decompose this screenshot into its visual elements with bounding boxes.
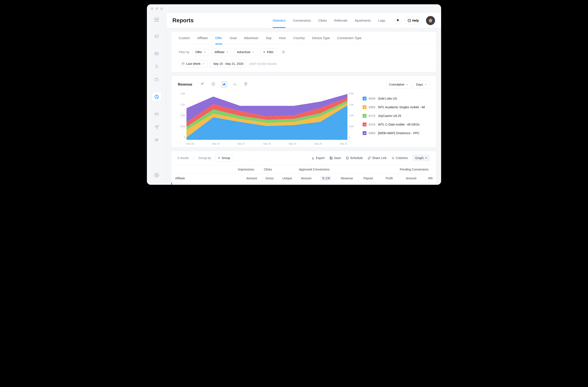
col-gross[interactable]: Gross [260, 174, 277, 183]
user-avatar[interactable] [426, 16, 435, 25]
subtab-offer[interactable]: Offer [215, 32, 222, 44]
col-affiliate[interactable]: Affiliate [172, 174, 234, 183]
nav-send-icon[interactable] [152, 122, 161, 132]
subtab-device-type[interactable]: Device Type [312, 32, 330, 44]
export-button[interactable]: Export [311, 156, 324, 160]
filter-label: Filter by [179, 50, 189, 54]
col-unique[interactable]: Unique [277, 174, 295, 183]
svg-point-13 [283, 52, 284, 53]
legend-item[interactable]: #360[WEB+WAP] OneAmour - PPC [363, 131, 430, 135]
chart-period-dropdown[interactable]: Days [413, 81, 430, 88]
top-tab-referrals[interactable]: Referrals [334, 13, 347, 28]
subtab-custom[interactable]: Custom [179, 32, 190, 44]
results-count: 3 results [177, 156, 189, 160]
col-revenue[interactable]: Revenue [335, 174, 356, 183]
legend-item[interactable]: #365INTL Academic Singles mobile - All [363, 105, 430, 109]
menu-toggle[interactable] [154, 17, 159, 22]
subtab-goal[interactable]: Goal [230, 32, 237, 44]
help-button[interactable]: Help [404, 17, 422, 24]
nav-card-icon[interactable] [152, 109, 161, 119]
nav-user-icon[interactable] [152, 62, 161, 71]
col-pend-amount[interactable]: Amount [396, 174, 420, 183]
filter-affiliate-dropdown[interactable]: Affiliate [212, 48, 231, 56]
results-table: Impressions Clicks Approved Conversions … [171, 165, 436, 185]
top-tab-conversions[interactable]: Conversions [293, 13, 311, 28]
page-title: Reports [172, 17, 194, 24]
svg-point-9 [156, 174, 157, 176]
notifications-button[interactable] [394, 17, 402, 24]
legend-item[interactable]: #509Gold Lotto US [363, 97, 430, 100]
subtab-advertiser[interactable]: Advertiser [244, 32, 258, 44]
filter-advertiser-dropdown[interactable]: Advertiser [234, 48, 257, 56]
svg-point-2 [156, 53, 156, 54]
report-subtabs: CustomAffiliateOfferGoalAdvertiserDayHou… [171, 32, 436, 44]
chart-type-time-icon[interactable] [210, 81, 217, 88]
col-profit[interactable]: Profit [377, 174, 396, 183]
svg-point-18 [392, 157, 393, 158]
chart-type-area-icon[interactable] [221, 81, 227, 88]
chart-title: Revenue [178, 82, 192, 86]
subtab-country[interactable]: Country [293, 32, 305, 44]
col-impr-amount[interactable]: Amount [234, 174, 260, 183]
subtab-day[interactable]: Day [266, 32, 272, 44]
traffic-light-close[interactable] [151, 7, 153, 10]
top-tab-statistics[interactable]: Statistics [273, 13, 286, 28]
subtab-affiliate[interactable]: Affiliate [197, 32, 208, 44]
col-payout[interactable]: Payout [356, 174, 376, 183]
traffic-light-max[interactable] [160, 7, 163, 10]
nav-id-icon[interactable] [152, 49, 161, 58]
svg-rect-4 [155, 79, 158, 81]
top-tabs: StatisticsConversionsClicksReferralsAjus… [273, 13, 385, 28]
nav-briefcase-icon[interactable] [152, 75, 161, 84]
window-titlebar [147, 4, 441, 13]
nav-reports-icon[interactable] [152, 92, 161, 101]
timezone-label: (GMT+03:00) Helsinki [249, 62, 277, 65]
svg-point-12 [409, 20, 410, 21]
filter-settings-icon[interactable] [279, 48, 287, 56]
columns-button[interactable]: Columns [391, 156, 408, 160]
col-conv-amount[interactable]: Amount [295, 174, 315, 183]
chart-type-bar-icon[interactable] [232, 81, 238, 88]
graph-toggle[interactable]: Graph [413, 155, 430, 161]
chart-type-map-icon[interactable] [243, 81, 249, 88]
svg-point-3 [156, 65, 157, 67]
col-cr[interactable]: ⇅ CR [315, 174, 335, 183]
date-preset-dropdown[interactable]: Last Week [179, 60, 207, 68]
svg-rect-14 [182, 63, 184, 65]
filter-offer-dropdown[interactable]: Offer [192, 48, 209, 56]
date-range-picker[interactable]: Sep 15 - Sep 21, 2020 [210, 60, 246, 68]
nav-dashboard-icon[interactable] [152, 32, 161, 41]
top-tab-ajustments[interactable]: Ajustments [355, 13, 371, 28]
save-button[interactable]: Save [330, 156, 341, 160]
chart-cumulative-dropdown[interactable]: Cumulative [386, 81, 411, 88]
svg-point-16 [245, 83, 246, 84]
nav-settings-icon[interactable] [152, 171, 161, 180]
group-button[interactable]: +Group [215, 154, 233, 162]
svg-rect-6 [155, 113, 158, 115]
sidebar-rail [147, 13, 166, 185]
add-filter-button[interactable]: +Filter [260, 48, 276, 56]
top-tab-logs[interactable]: Logs [378, 13, 385, 28]
top-tab-clicks[interactable]: Clicks [318, 13, 327, 28]
schedule-button[interactable]: Schedule [346, 156, 363, 160]
share-button[interactable]: Share Link [368, 156, 387, 160]
chart-type-line-icon[interactable] [199, 81, 206, 88]
col-rr[interactable]: RR [420, 174, 436, 183]
subtab-connection-type[interactable]: Connection Type [337, 32, 361, 44]
legend-item[interactable]: #170JoyCasino UA 25 [363, 114, 430, 118]
nav-team-icon[interactable] [152, 135, 161, 145]
svg-point-8 [157, 139, 158, 140]
subtab-hour[interactable]: Hour [279, 32, 286, 44]
traffic-light-min[interactable] [156, 7, 158, 10]
table-row[interactable]: #509 Gold Lotto US+ 12 487 981 926 44 4.… [172, 183, 436, 185]
legend-item[interactable]: #215INTL C-Date mobile - All GEOs [363, 122, 430, 126]
svg-point-7 [155, 139, 157, 140]
